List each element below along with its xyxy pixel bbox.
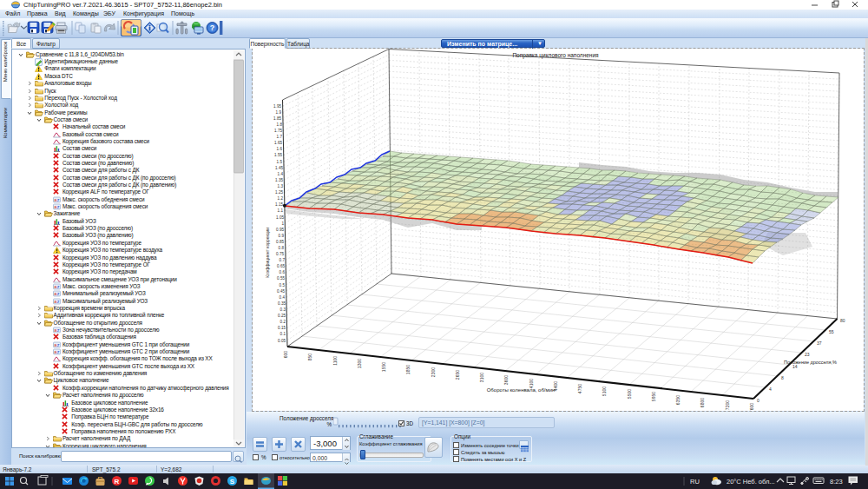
svg-text:1.5: 1.5 — [277, 160, 283, 164]
svg-text:600: 600 — [283, 351, 288, 359]
svg-text:0.45: 0.45 — [277, 289, 285, 294]
svg-text:4750: 4750 — [577, 384, 582, 393]
svg-text:1.85: 1.85 — [273, 116, 281, 121]
svg-text:z: z — [57, 197, 60, 202]
svg-text:1.35: 1.35 — [275, 178, 283, 182]
svg-text:z: z — [57, 299, 60, 304]
svg-text:5100: 5100 — [602, 387, 607, 396]
svg-text:0.2: 0.2 — [280, 320, 286, 324]
svg-text:0.6: 0.6 — [279, 270, 286, 274]
svg-text:37: 37 — [817, 340, 822, 346]
svg-text:8:23: 8:23 — [830, 478, 843, 486]
svg-text:2300: 2300 — [431, 367, 436, 377]
svg-text:z: z — [57, 342, 60, 347]
svg-text:z: z — [57, 349, 60, 354]
svg-text:Обороты коленвала, об/мин: Обороты коленвала, об/мин — [487, 387, 556, 393]
svg-text:3100: 3100 — [479, 373, 484, 382]
svg-text:RU: RU — [690, 478, 700, 486]
svg-text:0.1: 0.1 — [280, 332, 286, 336]
svg-text:0.15: 0.15 — [278, 326, 286, 330]
svg-text:1.65: 1.65 — [274, 141, 282, 145]
svg-text:1.15: 1.15 — [275, 202, 283, 207]
svg-text:1100: 1100 — [332, 356, 338, 366]
svg-text:3600: 3600 — [503, 375, 509, 385]
svg-text:0.7: 0.7 — [279, 258, 286, 262]
svg-text:20°C Неб. обл...: 20°C Неб. обл... — [727, 478, 775, 486]
svg-text:1.6: 1.6 — [277, 147, 283, 151]
svg-text:5500: 5500 — [627, 389, 632, 399]
svg-text:Положение дросселя,%: Положение дросселя,% — [784, 360, 837, 365]
svg-text:1.1: 1.1 — [278, 208, 284, 213]
svg-text:1: 1 — [281, 221, 284, 226]
svg-text:1.25: 1.25 — [275, 190, 283, 195]
svg-text:5950: 5950 — [651, 392, 656, 401]
svg-text:0.4: 0.4 — [279, 295, 286, 300]
svg-text:S: S — [230, 478, 235, 486]
svg-text:1.9: 1.9 — [276, 110, 282, 115]
svg-text:1.3: 1.3 — [278, 184, 284, 188]
svg-text:0.55: 0.55 — [277, 276, 285, 281]
svg-text:7200: 7200 — [725, 400, 730, 410]
svg-text:0.75: 0.75 — [276, 252, 284, 256]
svg-text:0.5: 0.5 — [279, 283, 286, 287]
svg-text:0.8: 0.8 — [279, 246, 285, 250]
svg-text:1300: 1300 — [357, 359, 362, 368]
svg-text:Поправка циклового наполнения: Поправка циклового наполнения — [512, 52, 599, 59]
svg-text:0.85: 0.85 — [276, 240, 284, 244]
svg-text:1.8: 1.8 — [277, 122, 283, 127]
svg-text:7600: 7600 — [749, 403, 754, 411]
svg-text:2650: 2650 — [455, 370, 460, 380]
svg-text:0.9: 0.9 — [279, 234, 285, 238]
svg-text:z: z — [57, 284, 60, 289]
svg-text:4: 4 — [769, 387, 772, 392]
svg-text:80: 80 — [840, 318, 845, 323]
svg-text:1.75: 1.75 — [274, 129, 282, 133]
svg-text:0.25: 0.25 — [278, 314, 286, 318]
svg-text:1.7: 1.7 — [277, 135, 283, 139]
svg-text:z: z — [57, 327, 60, 333]
svg-text:?: ? — [210, 23, 215, 32]
svg-text:1.2: 1.2 — [278, 196, 284, 201]
svg-text:1550: 1550 — [381, 362, 386, 372]
svg-text:0: 0 — [757, 398, 760, 403]
svg-text:0.95: 0.95 — [276, 228, 284, 232]
svg-text:R: R — [115, 478, 120, 486]
svg-text:1.55: 1.55 — [274, 153, 282, 157]
svg-text:1.45: 1.45 — [275, 166, 283, 170]
svg-text:1.05: 1.05 — [276, 215, 284, 220]
svg-text:0.05: 0.05 — [278, 339, 286, 343]
svg-text:0.35: 0.35 — [278, 301, 286, 306]
svg-text:1.4: 1.4 — [278, 172, 284, 176]
svg-text:z: z — [57, 291, 60, 296]
svg-text:Коэффициент коррекции: Коэффициент коррекции — [265, 228, 270, 278]
svg-text:0.65: 0.65 — [277, 264, 285, 268]
svg-text:0.3: 0.3 — [280, 307, 286, 312]
svg-text:850: 850 — [307, 354, 312, 361]
svg-text:1850: 1850 — [405, 365, 411, 374]
svg-text:6350: 6350 — [675, 395, 681, 405]
svg-text:8: 8 — [781, 375, 784, 380]
svg-text:6800: 6800 — [700, 398, 705, 407]
svg-text:23: 23 — [805, 352, 810, 357]
svg-text:55: 55 — [829, 329, 834, 334]
svg-text:z: z — [57, 204, 60, 209]
svg-text:1.95: 1.95 — [273, 104, 281, 109]
